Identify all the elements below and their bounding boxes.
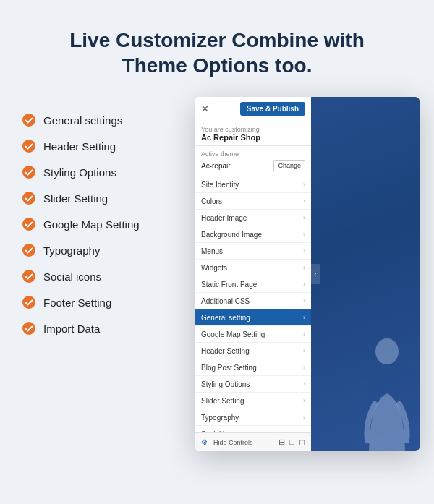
menu-item-label: Google Map Setting [201,330,265,338]
active-theme-label: Active theme [201,150,305,158]
menu-item-label: Site Identity [201,181,239,189]
preview-arrow[interactable]: ‹ [311,264,320,284]
feature-item: General settings [22,113,166,127]
menu-item[interactable]: Slider Setting› [195,393,311,409]
check-icon [22,269,36,283]
feature-list: General settings Header Setting Styling … [22,113,166,347]
feature-label: Google Map Setting [43,218,140,231]
content-area: General settings Header Setting Styling … [0,104,434,347]
customizer-header: ✕ Save & Publish [195,97,311,121]
chevron-right-icon: › [303,347,305,354]
customizer-preview: ‹ [311,97,420,451]
svg-point-1 [22,140,35,153]
check-icon [22,295,36,309]
hide-controls-label[interactable]: Hide Controls [213,439,253,446]
menu-item[interactable]: Blog Post Setting› [195,359,311,376]
chevron-right-icon: › [303,414,305,421]
menu-item-label: Colors [201,197,222,205]
chevron-right-icon: › [303,247,305,255]
check-icon [22,321,36,336]
save-publish-button[interactable]: Save & Publish [240,102,305,116]
svg-point-9 [375,338,399,364]
customizer-wrapper: ✕ Save & Publish You are customizing Ac … [195,97,420,451]
chevron-right-icon: › [303,330,305,338]
menu-item-label: Typography [201,414,239,422]
menu-item[interactable]: Colors› [195,193,311,210]
chevron-right-icon: › [303,281,305,288]
check-icon [22,243,36,257]
settings-icon: ⚙ [201,438,208,446]
menu-item-label: Styling Options [201,380,250,388]
menu-list: Site Identity›Colors›Header Image›Backgr… [195,176,311,432]
menu-item-label: Widgets [201,264,227,272]
svg-point-6 [22,270,35,283]
menu-item-label: Header Setting [201,347,250,355]
active-theme-box: Active theme Ac-repair Change [195,146,311,176]
menu-item-label: General setting [201,314,250,322]
menu-item[interactable]: Typography› [195,409,311,426]
page-wrapper: Live Customizer Combine with Theme Optio… [0,0,434,504]
feature-label: Slider Setting [43,192,108,205]
menu-item-label: Menus [201,247,223,255]
menu-item[interactable]: Styling Options› [195,376,311,393]
desktop-icon[interactable]: ⊟ [278,437,285,447]
customizer-panel: ✕ Save & Publish You are customizing Ac … [195,97,311,451]
menu-item[interactable]: Google Map Setting› [195,326,311,343]
menu-item-label: Header Image [201,214,247,222]
menu-item[interactable]: Header Setting› [195,343,311,359]
preview-person [362,336,412,451]
svg-point-4 [22,218,35,231]
feature-label: Social icons [43,270,101,283]
chevron-right-icon: › [303,314,305,321]
change-theme-button[interactable]: Change [273,160,305,171]
chevron-right-icon: › [303,297,305,304]
menu-item[interactable]: Site Identity› [195,176,311,193]
feature-item: Footer Setting [22,295,166,309]
check-icon [22,113,36,127]
svg-point-5 [22,244,35,257]
svg-point-0 [22,114,35,127]
feature-label: Header Setting [43,140,116,153]
menu-item[interactable]: Widgets› [195,260,311,276]
svg-point-3 [22,192,35,205]
feature-item: Header Setting [22,139,166,153]
menu-item-label: Additional CSS [201,297,250,305]
menu-item[interactable]: Background Image› [195,226,311,243]
chevron-right-icon: › [303,214,305,221]
check-icon [22,191,36,205]
page-title: Live Customizer Combine with Theme Optio… [69,27,365,78]
svg-point-7 [22,296,35,309]
menu-item[interactable]: Static Front Page› [195,276,311,293]
chevron-right-icon: › [303,380,305,388]
feature-item: Social icons [22,269,166,283]
feature-item: Styling Options [22,165,166,179]
menu-item[interactable]: Social icons› [195,426,311,432]
feature-item: Typography [22,243,166,257]
menu-item[interactable]: Header Image› [195,210,311,226]
theme-row: Ac-repair Change [201,160,305,171]
chevron-right-icon: › [303,364,305,371]
feature-item: Google Map Setting [22,217,166,231]
close-button[interactable]: ✕ [201,103,209,114]
svg-point-2 [22,166,35,179]
feature-label: General settings [43,114,122,127]
chevron-right-icon: › [303,231,305,238]
site-name: Ac Repair Shop [201,133,305,142]
footer-icons: ⊟ □ ◻ [278,437,305,447]
feature-label: Typography [43,244,100,257]
chevron-right-icon: › [303,397,305,404]
menu-item-label: Blog Post Setting [201,364,257,372]
menu-item[interactable]: Menus› [195,243,311,260]
check-icon [22,139,36,153]
menu-item[interactable]: General setting› [195,309,311,326]
check-icon [22,217,36,231]
menu-item[interactable]: Additional CSS› [195,293,311,309]
site-info: You are customizing Ac Repair Shop [195,121,311,146]
feature-item: Slider Setting [22,191,166,205]
menu-item-label: Slider Setting [201,397,244,405]
svg-point-8 [22,322,35,335]
tablet-icon[interactable]: □ [289,437,294,447]
menu-item-label: Background Image [201,231,262,239]
menu-item-label: Static Front Page [201,281,257,289]
mobile-icon[interactable]: ◻ [299,437,305,447]
